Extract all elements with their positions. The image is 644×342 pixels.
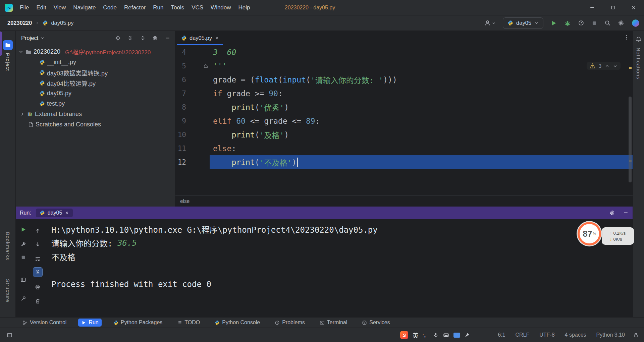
scrollbar-thumb[interactable] bbox=[629, 97, 632, 182]
code-line-12[interactable]: 12 print('不及格') bbox=[175, 155, 633, 169]
search-everywhere-button[interactable] bbox=[604, 20, 611, 26]
minimize-button[interactable] bbox=[582, 0, 602, 15]
menu-tools[interactable]: Tools bbox=[167, 0, 188, 15]
next-problem-button[interactable] bbox=[613, 64, 618, 68]
run-config-selector[interactable]: day05 bbox=[503, 17, 543, 29]
line-number[interactable]: 4 bbox=[175, 48, 186, 56]
user-menu-button[interactable] bbox=[484, 20, 496, 26]
tree-file-3[interactable]: day05.py bbox=[16, 88, 175, 99]
toolwindow-python-console[interactable]: Python Console bbox=[212, 319, 263, 327]
sogou-logo-icon[interactable]: S bbox=[400, 331, 408, 339]
readonly-lock-icon[interactable] bbox=[633, 332, 639, 338]
sidebar-item-project[interactable]: Project bbox=[5, 53, 11, 71]
stop-button[interactable] bbox=[591, 20, 597, 26]
menu-window[interactable]: Window bbox=[207, 0, 234, 15]
line-number[interactable]: 12 bbox=[175, 158, 186, 166]
toolwindow-services[interactable]: Services bbox=[359, 319, 393, 327]
status-crlf[interactable]: CRLF bbox=[515, 332, 529, 338]
rerun-button[interactable] bbox=[19, 225, 28, 234]
clear-console-button[interactable] bbox=[33, 297, 42, 306]
code-line-11[interactable]: 11 else: bbox=[175, 141, 633, 155]
inspections-widget[interactable]: 3 bbox=[587, 62, 621, 70]
hide-run-panel-button[interactable] bbox=[623, 210, 629, 216]
console-output[interactable]: H:\python3.10.10\python.exe G:\程序\python… bbox=[51, 222, 559, 291]
project-toolwindow-button[interactable] bbox=[3, 40, 13, 50]
code-line-7[interactable]: 7 if grade >= 90: bbox=[175, 87, 633, 100]
status-python-3-10[interactable]: Python 3.10 bbox=[596, 332, 625, 338]
pin-tab-button[interactable] bbox=[19, 294, 28, 303]
code-line-5[interactable]: 5 ''' bbox=[175, 59, 633, 73]
keyboard-icon[interactable] bbox=[443, 332, 449, 338]
soft-wrap-button[interactable] bbox=[33, 254, 42, 264]
debug-button[interactable] bbox=[564, 20, 571, 26]
prev-problem-button[interactable] bbox=[605, 64, 609, 68]
toolwindow-terminal[interactable]: Terminal bbox=[317, 319, 350, 327]
editor-scrollbar[interactable] bbox=[628, 60, 632, 184]
sidebar-item-bookmarks[interactable]: Bookmarks bbox=[5, 232, 11, 260]
menu-navigate[interactable]: Navigate bbox=[69, 0, 99, 15]
toolwindow-problems[interactable]: Problems bbox=[272, 319, 308, 327]
line-number[interactable]: 8 bbox=[175, 103, 186, 111]
close-tab-icon[interactable] bbox=[65, 211, 69, 215]
collapse-all-button[interactable] bbox=[127, 35, 133, 41]
print-button[interactable] bbox=[33, 283, 42, 292]
menu-help[interactable]: Help bbox=[235, 0, 254, 15]
status-utf-8[interactable]: UTF-8 bbox=[539, 332, 554, 338]
avatar-ball-icon[interactable] bbox=[631, 19, 640, 27]
hide-panel-button[interactable] bbox=[165, 35, 170, 41]
collapsed-arrow-icon[interactable] bbox=[20, 112, 25, 117]
close-tab-icon[interactable] bbox=[215, 36, 219, 40]
tree-file-1[interactable]: day03数据类型转换.py bbox=[16, 67, 175, 78]
panel-options-button[interactable] bbox=[152, 35, 158, 41]
toolwindow-python-packages[interactable]: Python Packages bbox=[110, 319, 166, 327]
tree-root-folder[interactable]: 20230220G:\程序\pythonProject4\20230220 bbox=[16, 47, 175, 57]
code-area[interactable]: 4 3 60 5 ''' 6 grade = (float(input('请输入… bbox=[175, 45, 633, 195]
code-line-10[interactable]: 10 print('及格') bbox=[175, 128, 633, 141]
menu-code[interactable]: Code bbox=[99, 0, 120, 15]
run-button[interactable] bbox=[550, 20, 557, 26]
profile-coverage-button[interactable] bbox=[578, 20, 584, 26]
code-line-6[interactable]: 6 grade = (float(input('请输入你的分数: '))) bbox=[175, 73, 633, 87]
menu-edit[interactable]: Edit bbox=[33, 0, 50, 15]
up-stacktrace-button[interactable] bbox=[33, 226, 42, 235]
code-line-8[interactable]: 8 print('优秀') bbox=[175, 100, 633, 114]
run-options-button[interactable] bbox=[609, 210, 615, 216]
ime-punctuation-toggle[interactable]: '， bbox=[423, 332, 429, 339]
line-number[interactable]: 9 bbox=[175, 117, 186, 125]
breadcrumb-scope[interactable]: else bbox=[180, 198, 190, 204]
toolwindow-version-control[interactable]: Version Control bbox=[19, 319, 69, 327]
restore-layout-button[interactable] bbox=[19, 275, 28, 284]
run-settings-button[interactable] bbox=[19, 240, 28, 249]
toolwindow-layout-icon[interactable] bbox=[7, 332, 12, 338]
menu-refactor[interactable]: Refactor bbox=[120, 0, 149, 15]
editor-tab-day05[interactable]: day05.py bbox=[177, 31, 223, 45]
expand-all-button[interactable] bbox=[140, 35, 146, 41]
line-number[interactable]: 7 bbox=[175, 90, 186, 98]
ime-language-toggle[interactable]: 英 bbox=[413, 331, 418, 339]
tree-file-0[interactable]: __init__.py bbox=[16, 57, 175, 67]
tree-file-2[interactable]: day04比较运算.py bbox=[16, 78, 175, 88]
tree-external-libraries[interactable]: External Libraries bbox=[16, 109, 175, 119]
toolwindow-run[interactable]: Run bbox=[78, 319, 101, 327]
close-window-button[interactable] bbox=[623, 0, 644, 15]
editor-options-kebab-button[interactable] bbox=[624, 35, 629, 41]
breadcrumb-file[interactable]: day05.py bbox=[51, 20, 73, 26]
line-number[interactable]: 6 bbox=[175, 76, 186, 84]
scroll-to-end-button[interactable] bbox=[33, 268, 42, 277]
maximize-button[interactable] bbox=[602, 0, 623, 15]
menu-vcs[interactable]: VCS bbox=[188, 0, 207, 15]
breadcrumb-project[interactable]: 20230220 bbox=[7, 20, 32, 26]
sidebar-item-notifications[interactable]: Notifications bbox=[636, 48, 641, 79]
menu-view[interactable]: View bbox=[50, 0, 70, 15]
notifications-bell-icon[interactable] bbox=[636, 36, 642, 43]
code-line-9[interactable]: 9 elif 60 <= grade <= 89: bbox=[175, 114, 633, 128]
status-6-1[interactable]: 6:1 bbox=[498, 332, 505, 338]
microphone-icon[interactable] bbox=[433, 332, 439, 338]
run-tab-day05[interactable]: day05 bbox=[36, 209, 73, 217]
menu-file[interactable]: File bbox=[16, 0, 33, 15]
locate-file-button[interactable] bbox=[115, 35, 121, 41]
project-panel-title[interactable]: Project bbox=[21, 35, 45, 41]
tree-file-4[interactable]: test.py bbox=[16, 99, 175, 109]
expanded-arrow-icon[interactable] bbox=[18, 49, 23, 54]
settings-button[interactable] bbox=[618, 20, 624, 26]
